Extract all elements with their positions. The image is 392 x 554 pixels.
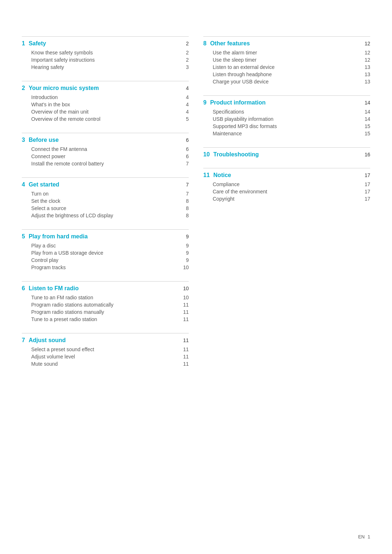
section-header-10: 10Troubleshooting16	[203, 147, 370, 158]
sub-items-5: Play a disc9Play from a USB storage devi…	[22, 242, 189, 271]
sub-item-page-5-3: 10	[183, 264, 189, 270]
sub-item-label-7-1: Adjust volume level	[31, 354, 75, 360]
section-header-5: 5Play from hard media9	[22, 229, 189, 240]
sub-item-page-8-1: 12	[364, 57, 370, 63]
sub-item-page-9-0: 14	[364, 109, 370, 115]
sub-item-label-9-2: Supported MP3 disc formats	[213, 123, 277, 129]
sub-item-page-8-0: 12	[364, 50, 370, 56]
section-title-6: 6Listen to FM radio	[22, 285, 79, 292]
sub-item-label-2-2: Overview of the main unit	[31, 109, 89, 115]
section-page-2: 4	[186, 85, 189, 91]
sub-item-label-1-0: Know these safety symbols	[31, 50, 93, 56]
section-label-3: Before use	[29, 137, 59, 143]
sub-item-label-1-2: Hearing safety	[31, 64, 64, 70]
section-title-7: 7Adjust sound	[22, 337, 66, 344]
sub-item-page-7-0: 11	[183, 346, 189, 352]
sub-item-label-8-4: Charge your USB device	[213, 79, 269, 85]
sub-item-3-1: Connect power6	[22, 153, 189, 160]
sub-item-page-5-2: 9	[186, 257, 189, 263]
sub-item-label-2-1: What's in the box	[31, 102, 70, 107]
sub-item-2-3: Overview of the remote control5	[22, 115, 189, 123]
sub-item-8-4: Charge your USB device13	[203, 78, 370, 85]
sub-item-page-3-0: 6	[186, 146, 189, 152]
section-title-3: 3Before use	[22, 137, 59, 143]
sub-items-11: Compliance17Care of the environment17Cop…	[203, 181, 370, 202]
sub-item-11-2: Copyright17	[203, 195, 370, 202]
sub-items-7: Select a preset sound effect11Adjust vol…	[22, 346, 189, 368]
sub-items-9: Specifications14USB playability informat…	[203, 108, 370, 137]
sub-item-2-0: Introduction4	[22, 94, 189, 101]
sub-item-1-1: Important safety instructions2	[22, 56, 189, 63]
section-4: 4Get started7Turn on7Set the clock8Selec…	[22, 177, 189, 219]
sub-item-page-2-3: 5	[186, 116, 189, 122]
sub-item-2-1: What's in the box4	[22, 101, 189, 108]
sub-item-label-8-0: Use the alarm timer	[213, 50, 257, 56]
sub-item-9-0: Specifications14	[203, 108, 370, 115]
sub-item-label-2-0: Introduction	[31, 94, 58, 100]
section-page-5: 9	[186, 234, 189, 239]
sub-item-page-2-2: 4	[186, 109, 189, 115]
section-9: 9Product information14Specifications14US…	[203, 95, 370, 137]
sub-item-page-2-0: 4	[186, 94, 189, 100]
sub-item-page-9-3: 15	[364, 131, 370, 136]
section-header-9: 9Product information14	[203, 95, 370, 106]
section-header-11: 11Notice17	[203, 168, 370, 178]
sub-item-label-6-0: Tune to an FM radio station	[31, 295, 93, 300]
sub-item-page-1-1: 2	[186, 57, 189, 63]
sub-item-5-2: Control play9	[22, 257, 189, 264]
section-header-8: 8Other features12	[203, 36, 370, 47]
sub-item-7-2: Mute sound11	[22, 360, 189, 368]
section-page-8: 12	[364, 41, 370, 46]
sub-item-6-0: Tune to an FM radio station10	[22, 294, 189, 301]
sub-item-7-1: Adjust volume level11	[22, 353, 189, 360]
sub-item-page-8-3: 13	[364, 71, 370, 77]
section-header-1: 1Safety2	[22, 36, 189, 47]
sub-item-7-0: Select a preset sound effect11	[22, 346, 189, 353]
sub-item-label-11-1: Care of the environment	[213, 189, 267, 194]
sub-item-page-11-1: 17	[364, 189, 370, 194]
sub-item-page-3-1: 6	[186, 153, 189, 159]
section-title-2: 2Your micro music system	[22, 85, 99, 91]
sub-item-page-4-0: 7	[186, 191, 189, 197]
footer: EN 1	[358, 534, 370, 539]
sub-items-6: Tune to an FM radio station10Program rad…	[22, 294, 189, 323]
section-label-10: Troubleshooting	[213, 151, 259, 158]
sub-item-label-5-1: Play from a USB storage device	[31, 250, 103, 256]
sub-item-9-1: USB playability information14	[203, 115, 370, 123]
sub-items-3: Connect the FM antenna6Connect power6Ins…	[22, 145, 189, 167]
sub-item-page-1-2: 3	[186, 64, 189, 70]
footer-page: 1	[368, 534, 370, 539]
section-page-4: 7	[186, 182, 189, 188]
sub-item-label-7-0: Select a preset sound effect	[31, 346, 94, 352]
sub-item-1-2: Hearing safety3	[22, 63, 189, 71]
sub-item-3-2: Install the remote control battery7	[22, 160, 189, 167]
sub-item-8-0: Use the alarm timer12	[203, 49, 370, 56]
section-header-6: 6Listen to FM radio10	[22, 281, 189, 292]
section-10: 10Troubleshooting16	[203, 147, 370, 158]
sub-items-2: Introduction4What's in the box4Overview …	[22, 94, 189, 123]
section-label-4: Get started	[29, 181, 59, 188]
sub-item-5-0: Play a disc9	[22, 242, 189, 249]
section-header-2: 2Your micro music system4	[22, 81, 189, 91]
sub-item-6-2: Program radio stations manually11	[22, 308, 189, 316]
sub-item-label-8-3: Listen through headphone	[213, 71, 272, 77]
sub-items-8: Use the alarm timer12Use the sleep timer…	[203, 49, 370, 85]
sub-item-page-8-4: 13	[364, 79, 370, 85]
page: 1Safety2Know these safety symbols2Import…	[0, 0, 392, 407]
sub-item-page-4-2: 8	[186, 205, 189, 211]
sub-item-label-9-3: Maintenance	[213, 131, 242, 136]
sub-item-9-3: Maintenance15	[203, 130, 370, 137]
sub-item-label-6-2: Program radio stations manually	[31, 309, 104, 315]
sub-item-4-1: Set the clock8	[22, 197, 189, 205]
right-column: 8Other features12Use the alarm timer12Us…	[203, 36, 370, 378]
section-6: 6Listen to FM radio10Tune to an FM radio…	[22, 281, 189, 323]
section-label-11: Notice	[213, 172, 231, 178]
sub-item-5-1: Play from a USB storage device9	[22, 249, 189, 257]
sub-item-2-2: Overview of the main unit4	[22, 108, 189, 115]
section-title-8: 8Other features	[203, 40, 250, 47]
sub-item-label-3-2: Install the remote control battery	[31, 161, 104, 167]
sub-item-label-8-1: Use the sleep timer	[213, 57, 257, 63]
sub-item-8-2: Listen to an external device13	[203, 63, 370, 71]
sub-item-label-4-1: Set the clock	[31, 198, 60, 204]
left-column: 1Safety2Know these safety symbols2Import…	[22, 36, 189, 378]
